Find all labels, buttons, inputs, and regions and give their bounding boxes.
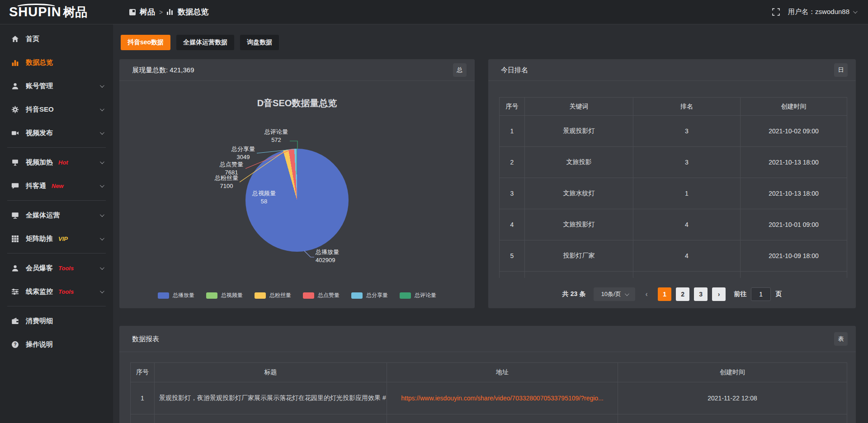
bar-chart-icon (167, 9, 174, 15)
pie-label-fans: 总粉丝量7100 (206, 174, 247, 190)
sidebar-item-data-overview[interactable]: 数据总览 (0, 51, 113, 74)
page-size-select[interactable]: 10条/页 (594, 287, 635, 301)
daily-toggle-button[interactable]: 日 (834, 63, 848, 77)
wallet-icon (11, 317, 19, 325)
chevron-down-icon (100, 289, 104, 293)
ranking-panel-title: 今日排名 (488, 59, 856, 81)
legend-item[interactable]: 总点赞量 (303, 291, 340, 299)
sidebar-divider (7, 253, 106, 254)
table-header-row: 序号 关键词 排名 创建时间 (500, 98, 847, 116)
goto-page-input[interactable] (751, 287, 771, 301)
tab-omnimedia-data[interactable]: 全媒体运营数据 (176, 35, 234, 50)
sidebar-item-member-blast[interactable]: 会员爆客 Tools (0, 256, 113, 280)
page-button-3[interactable]: 3 (694, 287, 708, 301)
bar-chart-icon (11, 58, 19, 66)
table-row-partial (500, 272, 847, 278)
chevron-down-icon (625, 291, 629, 296)
chevron-down-icon (100, 236, 104, 240)
prev-page-button[interactable]: ‹ (640, 287, 653, 301)
tab-inquiry-data[interactable]: 询盘数据 (240, 35, 279, 50)
legend-item[interactable]: 总粉丝量 (255, 291, 291, 299)
user-icon (11, 82, 19, 90)
billboard-icon (11, 158, 19, 166)
username-label: 用户名：zswodun88 (788, 8, 849, 16)
top-bar: SHUPIN 树品 树品 > 数据总览 用户名：zswodun88 (0, 0, 868, 24)
column-header: 地址 (387, 363, 618, 382)
monitor-icon (11, 211, 19, 219)
chevron-down-icon (100, 160, 104, 164)
question-circle-icon: ? (11, 340, 19, 348)
sidebar-item-omnimedia[interactable]: 全媒体运营 (0, 203, 113, 227)
sidebar-item-lead-monitor[interactable]: 线索监控 Tools (0, 280, 113, 303)
table-toggle-button[interactable]: 表 (834, 332, 848, 346)
pie-chart-title: D音SEO数据量总览 (119, 97, 475, 109)
sliders-icon (11, 287, 19, 296)
sidebar-item-matrix-boost[interactable]: 矩阵助推 VIP (0, 227, 113, 250)
sidebar-item-video-heat[interactable]: 视频加热 Hot (0, 150, 113, 174)
logo-text-cn: 树品 (63, 4, 88, 20)
column-header: 标题 (155, 363, 387, 382)
report-title-cell: 景观投影灯，夜游景观投影灯厂家展示展示落花灯在花园里的灯光投影应用效果 # (155, 382, 387, 414)
pie-legend: 总播放量 总视频量 总粉丝量 总点赞量 总分享量 总评论量 (119, 291, 475, 299)
hot-badge: Hot (58, 159, 68, 166)
fullscreen-icon[interactable] (772, 8, 780, 16)
total-toggle-button[interactable]: 总 (453, 63, 467, 77)
sidebar-divider (7, 200, 106, 201)
new-badge: New (52, 183, 64, 189)
home-icon (11, 35, 19, 43)
column-header: 序号 (500, 98, 525, 116)
page-button-2[interactable]: 2 (676, 287, 689, 301)
chevron-down-icon (100, 107, 104, 111)
table-row: 1 景观投影灯 3 2021-10-02 09:00 (500, 116, 847, 147)
breadcrumb-current: 数据总览 (178, 7, 208, 17)
sidebar-item-account-management[interactable]: 账号管理 (0, 74, 113, 98)
chevron-down-icon (853, 9, 858, 14)
vip-badge: VIP (58, 235, 68, 242)
video-link[interactable]: https://www.iesdouyin.com/share/video/70… (401, 395, 604, 402)
chevron-down-icon (100, 83, 104, 88)
column-header: 序号 (131, 363, 155, 382)
column-header: 关键词 (525, 98, 633, 116)
sidebar-item-expense-details[interactable]: 消费明细 (0, 309, 113, 333)
chevron-down-icon (100, 130, 104, 135)
legend-item[interactable]: 总播放量 (158, 291, 194, 299)
breadcrumb-separator: > (159, 9, 163, 16)
gear-icon (11, 105, 19, 113)
sidebar-item-douyin-seo[interactable]: 抖音SEO (0, 98, 113, 121)
goto-label: 前往 (734, 290, 746, 298)
breadcrumb-root[interactable]: 树品 (140, 7, 155, 17)
chat-bubble-icon (11, 182, 19, 190)
pie-label-videos: 总视频量58 (243, 189, 285, 206)
ranking-panel: 今日排名 日 序号 关键词 排名 创建时间 1 景观投影灯 3 2021-10-… (488, 59, 856, 308)
tools-badge: Tools (58, 265, 74, 272)
table-row: 2 文旅投影 3 2021-10-13 18:00 (500, 147, 847, 178)
legend-item[interactable]: 总视频量 (206, 291, 243, 299)
pagination: 共 23 条 10条/页 ‹ 1 2 3 › 前往 页 (488, 287, 856, 301)
table-row: 4 文旅投影灯 4 2021-10-01 09:00 (500, 209, 847, 240)
chevron-down-icon (100, 212, 104, 217)
app-square-icon (129, 9, 136, 15)
user-menu[interactable]: 用户名：zswodun88 (788, 8, 856, 16)
column-header: 创建时间 (741, 98, 847, 116)
legend-item[interactable]: 总评论量 (400, 291, 436, 299)
sidebar-divider (7, 147, 106, 148)
user-icon (11, 264, 19, 272)
sidebar: 首页 数据总览 账号管理 抖音SEO 视频发布 视频加热 Hot 抖客通 New… (0, 24, 113, 423)
table-header-row: 序号 标题 地址 创建时间 (131, 363, 847, 382)
table-row: 5 投影灯厂家 4 2021-10-09 18:00 (500, 240, 847, 272)
sidebar-item-video-publish[interactable]: 视频发布 (0, 121, 113, 145)
ranking-table: 序号 关键词 排名 创建时间 1 景观投影灯 3 2021-10-02 09:0… (499, 97, 847, 278)
tab-douyin-seo-data[interactable]: 抖音seo数据 (121, 35, 170, 50)
table-row: 3 文旅水纹灯 1 2021-10-13 18:00 (500, 178, 847, 209)
sidebar-item-home[interactable]: 首页 (0, 27, 113, 51)
grid-icon (11, 235, 19, 243)
page-button-1[interactable]: 1 (658, 287, 671, 301)
goto-unit: 页 (775, 290, 782, 298)
report-panel: 数据报表 表 序号 标题 地址 创建时间 1 景观投影灯，夜游景观投影灯厂家展示… (119, 326, 856, 423)
next-page-button[interactable]: › (712, 287, 726, 301)
sidebar-item-instructions[interactable]: ? 操作说明 (0, 333, 113, 356)
sidebar-item-douketong[interactable]: 抖客通 New (0, 174, 113, 197)
report-table: 序号 标题 地址 创建时间 1 景观投影灯，夜游景观投影灯厂家展示展示落花灯在花… (130, 362, 847, 423)
overview-panel: 展现量总数: 421,369 总 D音SEO数据量总览 总评论量572 总分享量… (119, 59, 475, 308)
legend-item[interactable]: 总分享量 (351, 291, 388, 299)
